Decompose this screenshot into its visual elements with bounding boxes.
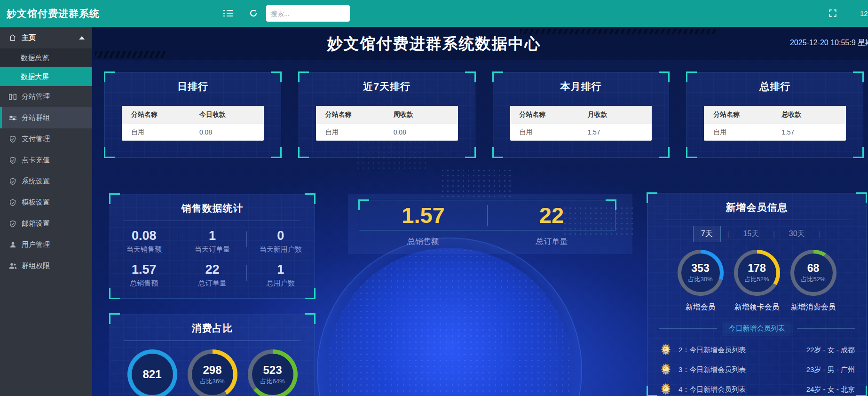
- lightbulb-icon: [659, 363, 673, 377]
- donut-percent: 占比30%: [688, 275, 712, 284]
- member-list-title[interactable]: 今日新增会员列表: [722, 322, 792, 335]
- total-sales-label: 总销售额: [359, 236, 488, 247]
- sidebar-item-label: 数据总览: [21, 54, 49, 63]
- list-item: 3：今日新增会员列表 23岁 - 男 - 广州: [659, 360, 855, 380]
- member-meta: 23岁 - 男 - 广州: [806, 365, 855, 374]
- rank-table: 分站名称 今日收款 自用 0.08: [122, 106, 264, 141]
- column-header: 月收款: [581, 111, 652, 119]
- panel-title: 消费占比: [110, 314, 315, 335]
- sidebar-item-label: 系统设置: [22, 177, 50, 186]
- consume-ratio-panel: 消费占比 821 298 占比36% 523: [110, 314, 315, 396]
- stat-value: 22: [178, 262, 246, 277]
- cell-amount: 1.57: [775, 128, 846, 136]
- dashboard-header: 妙文馆付费进群系统数据中心 2025-12-20 10:55:9 星期六: [92, 27, 868, 60]
- rank-card-daily: 日排行 分站名称 今日收款 自用 0.08: [104, 72, 281, 158]
- donut-value: 523: [263, 364, 282, 377]
- dashboard-title: 妙文馆付费进群系统数据中心: [327, 33, 541, 55]
- stat-value: 0: [247, 229, 315, 243]
- divider: [663, 220, 851, 220]
- list-item: 2：今日新增会员列表 22岁 - 女 - 成都: [659, 340, 855, 360]
- cell-site-name: 自用: [316, 128, 387, 136]
- cell-amount: 0.08: [193, 128, 264, 136]
- datetime: 2025-12-20 10:55:9 星期六: [790, 38, 868, 48]
- stat-value: 1.57: [110, 262, 178, 277]
- sidebar-toggle-icon[interactable]: [220, 5, 236, 21]
- sidebar-item-email-settings[interactable]: 邮箱设置: [0, 213, 92, 234]
- card-title: 日排行: [105, 72, 281, 93]
- donut-row: 353 占比30% 178 占比52% 68 占比52%: [647, 250, 866, 296]
- sidebar-item-label: 邮箱设置: [22, 219, 50, 228]
- column-header: 周收款: [387, 111, 458, 119]
- donut-chart: 523 占比64%: [248, 349, 298, 396]
- panel-title: 销售数据统计: [110, 194, 315, 215]
- sidebar-item-template-settings[interactable]: 模板设置: [0, 192, 92, 213]
- app-title: 妙文馆付费进群系统: [7, 7, 100, 20]
- app-window: 妙文馆付费进群系统 123: [0, 0, 868, 396]
- sidebar-item-system-settings[interactable]: 系统设置: [0, 171, 92, 192]
- users-icon: [8, 262, 17, 269]
- divider: [124, 221, 300, 221]
- sidebar-item-payment-manage[interactable]: 支付管理: [0, 128, 92, 150]
- tab-7days[interactable]: 7天: [693, 226, 721, 242]
- donut-chart: 821: [127, 349, 177, 396]
- rank-table: 分站名称 周收款 自用 0.08: [316, 106, 458, 141]
- donut-chart: 298 占比36%: [188, 349, 237, 396]
- donut-value: 178: [748, 262, 765, 275]
- refresh-icon[interactable]: [245, 5, 261, 21]
- sidebar-item-label: 用户管理: [22, 240, 50, 249]
- sidebar-item-group-permissions[interactable]: 群组权限: [0, 255, 92, 277]
- donut-value: 353: [691, 262, 709, 275]
- sidebar: 主页 数据总览 数据大屏 分站管理 分站群组: [0, 27, 92, 396]
- sidebar-item-label: 分站群组: [22, 113, 50, 122]
- donut-label: 新增消费会员: [790, 302, 836, 312]
- total-sales-value: 1.57: [402, 202, 444, 228]
- sidebar-item-label: 群组权限: [22, 261, 50, 270]
- new-members-panel: 新增会员信息 7天 | 15天 | 30天 | 353 占比30%: [647, 193, 867, 396]
- columns-icon: [8, 94, 17, 100]
- dashboard: 妙文馆付费进群系统数据中心 2025-12-20 10:55:9 星期六 日排行…: [92, 27, 868, 396]
- shield-check-icon: [8, 178, 17, 185]
- stat-value: 1: [178, 229, 246, 243]
- stat-label: 总用户数: [247, 279, 315, 288]
- fullscreen-icon[interactable]: [825, 5, 841, 21]
- search-input[interactable]: [271, 10, 345, 17]
- donut-chart: 68 占比52%: [790, 250, 836, 296]
- tab-15days[interactable]: 15天: [735, 226, 766, 242]
- divider: [699, 99, 850, 99]
- sidebar-item-home[interactable]: 主页: [0, 27, 92, 48]
- sidebar-item-substation-manage[interactable]: 分站管理: [0, 86, 92, 107]
- home-icon: [8, 34, 17, 41]
- username[interactable]: 123: [860, 0, 868, 27]
- divider: [311, 99, 462, 99]
- stat-label: 总销售额: [110, 279, 178, 288]
- sidebar-item-substation-groups[interactable]: 分站群组: [0, 107, 92, 128]
- total-orders-label: 总订单量: [488, 236, 616, 247]
- donut-value: 68: [807, 262, 820, 275]
- total-orders-value: 22: [539, 202, 564, 228]
- tab-30days[interactable]: 30天: [781, 226, 813, 242]
- column-header: 分站名称: [704, 111, 775, 119]
- shield-check-icon: [8, 157, 17, 164]
- shield-check-icon: [8, 135, 17, 143]
- sidebar-item-data-overview[interactable]: 数据总览: [0, 48, 92, 67]
- user-icon: [8, 241, 17, 248]
- member-label: 2：今日新增会员列表: [679, 346, 746, 355]
- sidebar-item-label: 分站管理: [22, 92, 50, 101]
- donut-percent: 占比52%: [801, 275, 825, 284]
- panel-title: 新增会员信息: [647, 193, 866, 214]
- table-row: 自用 0.08: [316, 123, 458, 141]
- totals-panel: 1.57 22 总销售额 总订单量: [348, 194, 632, 254]
- cell-amount: 1.57: [581, 128, 652, 136]
- cell-site-name: 自用: [704, 128, 775, 136]
- divider: [124, 341, 300, 341]
- column-header: 今日收款: [193, 111, 264, 119]
- totals-box: 1.57 22: [359, 200, 616, 230]
- sidebar-item-label: 模板设置: [22, 198, 50, 207]
- sidebar-item-data-screen[interactable]: 数据大屏: [0, 67, 92, 86]
- stat-value: 1: [247, 262, 315, 277]
- member-list: 2：今日新增会员列表 22岁 - 女 - 成都 3：今日新增会员列: [659, 340, 855, 396]
- table-row: 自用 1.57: [510, 123, 652, 141]
- sidebar-item-user-manage[interactable]: 用户管理: [0, 234, 92, 255]
- donut-chart: 353 占比30%: [678, 250, 724, 296]
- sidebar-item-card-recharge[interactable]: 点卡充值: [0, 150, 92, 171]
